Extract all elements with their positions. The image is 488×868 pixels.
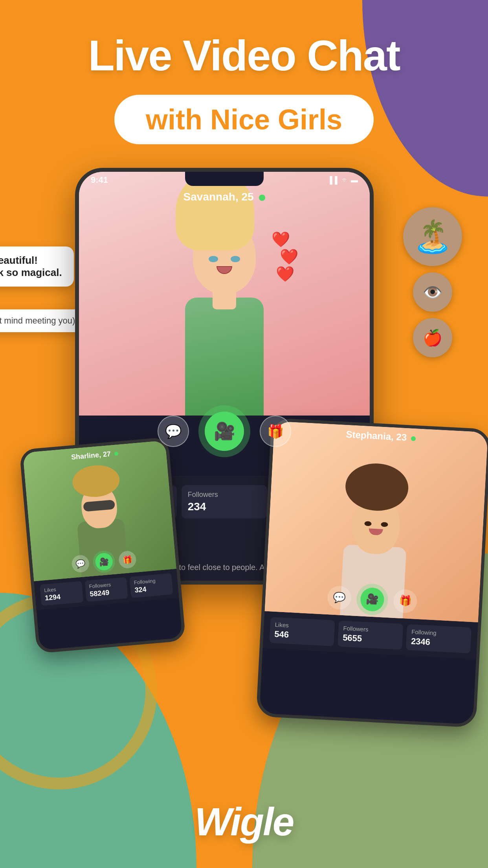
chat-button[interactable]: 💬 [158,416,189,447]
status-bar: 9:41 ▌▌ ᯤ ▬ [91,175,358,185]
chat-line-2: You look so magical. [0,267,62,279]
video-button[interactable]: 🎥 [205,412,244,451]
left-video-btn[interactable]: 🎥 [95,552,114,571]
left-stat-likes: Likes 1294 [40,581,83,606]
action-buttons: 💬 🎥 🎁 [79,412,370,451]
subtitle-pill: with Nice Girls [114,95,374,144]
sticker-area: 🏝️ 👁️ 🍎 [354,207,488,357]
chat-bubble-2: I don't mind meeting you) [0,309,84,332]
status-time: 9:41 [91,175,108,185]
right-stat-likes: Likes 546 [269,617,335,646]
phones-container: Hello, beautiful! You look so magical. I… [28,168,460,750]
right-video-area: Stephania, 23 💬 🎥 🎁 [265,421,488,622]
left-gift-btn[interactable]: 🎁 [118,550,137,569]
online-indicator [259,195,265,201]
right-video-btn[interactable]: 🎥 [360,587,385,612]
status-icons: ▌▌ ᯤ ▬ [330,176,358,184]
page-title: Live Video Chat [88,31,400,79]
logo-text: Wigle [195,800,294,844]
left-stat-following: Following 324 [130,573,173,598]
sticker-island: 🏝️ [403,207,462,266]
main-user-name: Savannah, 25 [79,191,370,203]
left-chat-btn[interactable]: 💬 [71,554,90,573]
stat-followers-value: 234 [188,500,261,513]
sticker-lashes: 👁️ [413,272,452,312]
sticker-apple: 🍎 [413,318,452,357]
app-logo: Wigle [195,799,294,844]
chat-line-3: I don't mind meeting you) [0,316,75,326]
right-gift-btn[interactable]: 🎁 [393,588,418,613]
chat-line-1: Hello, beautiful! [0,254,62,267]
right-chat-btn[interactable]: 💬 [327,585,352,610]
right-stat-following: Following 2346 [406,624,471,653]
left-stat-followers: Followers 58249 [84,577,128,602]
phone-secondary-left: Sharline, 27 💬 🎥 🎁 Likes 1294 Followe [19,437,186,653]
main-video-area [79,172,370,416]
stat-followers: Followers 234 [182,485,268,519]
stat-followers-label: Followers [188,491,261,499]
gift-button[interactable]: 🎁 [260,416,291,447]
chat-bubble-1: Hello, beautiful! You look so magical. [0,246,74,287]
subtitle-text: with Nice Girls [146,104,342,135]
right-stat-followers: Followers 5655 [338,620,403,649]
left-video-area: Sharline, 27 💬 🎥 🎁 [23,440,176,581]
phone-secondary-right: Stephania, 23 💬 🎥 🎁 Likes 546 Followe [256,418,488,728]
